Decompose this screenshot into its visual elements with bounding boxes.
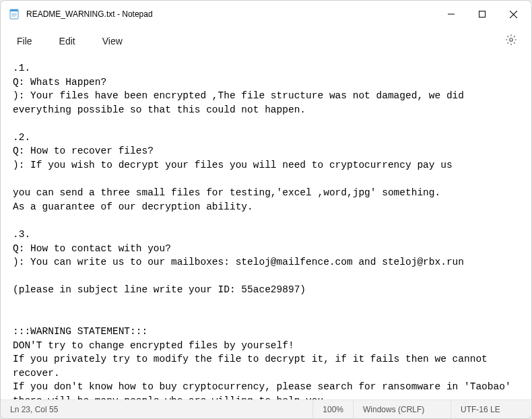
notepad-window: README_WARNING.txt - Notepad File Edit V… xyxy=(0,0,532,419)
menu-view[interactable]: View xyxy=(92,32,133,51)
window-title: README_WARNING.txt - Notepad xyxy=(26,9,153,19)
status-line-ending: Windows (CRLF) xyxy=(353,400,451,418)
menubar: File Edit View xyxy=(1,28,531,55)
settings-button[interactable] xyxy=(499,29,523,53)
window-controls xyxy=(436,1,529,28)
content-area: .1. Q: Whats Happen? ): Your files have … xyxy=(1,55,531,399)
titlebar[interactable]: README_WARNING.txt - Notepad xyxy=(1,1,531,28)
svg-rect-1 xyxy=(10,9,18,11)
text-editor[interactable]: .1. Q: Whats Happen? ): Your files have … xyxy=(13,61,519,394)
svg-point-9 xyxy=(510,38,513,42)
statusbar: Ln 23, Col 55 100% Windows (CRLF) UTF-16… xyxy=(1,399,531,418)
svg-rect-6 xyxy=(479,11,486,18)
menu-file[interactable]: File xyxy=(6,32,43,51)
status-zoom[interactable]: 100% xyxy=(312,400,353,418)
minimize-button[interactable] xyxy=(436,1,467,28)
status-position: Ln 23, Col 55 xyxy=(1,400,67,418)
maximize-button[interactable] xyxy=(467,1,498,28)
menu-edit[interactable]: Edit xyxy=(48,32,86,51)
status-encoding: UTF-16 LE xyxy=(451,400,531,418)
gear-icon xyxy=(505,34,517,49)
close-button[interactable] xyxy=(498,1,529,28)
notepad-icon xyxy=(9,9,20,20)
